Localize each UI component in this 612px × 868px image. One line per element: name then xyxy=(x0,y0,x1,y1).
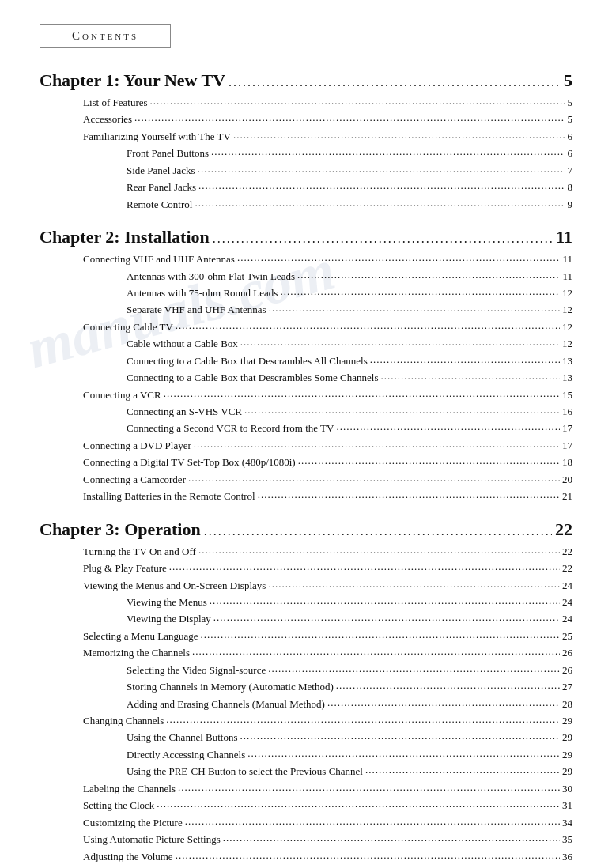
toc-entry-dots xyxy=(298,452,560,469)
toc-entry-page: 6 xyxy=(568,145,573,161)
toc-entry-dots xyxy=(166,711,560,727)
toc-entry-page: 16 xyxy=(562,403,572,420)
toc-entry-page: 24 xyxy=(562,594,572,610)
toc-entry: Connecting a DVD Player17 xyxy=(40,437,572,454)
chapter-page-num: 5 xyxy=(564,70,572,91)
toc-entry: Using the Mute Button36 xyxy=(40,865,572,868)
toc-entry-label: Using the Mute Button xyxy=(127,865,221,868)
toc-entry-label: Adjusting the Volume xyxy=(83,848,173,865)
toc-entry-page: 31 xyxy=(562,797,572,813)
chapter-title: Chapter 2: Installation xyxy=(40,227,210,247)
toc-entry-page: 25 xyxy=(562,628,572,644)
toc-entry-dots xyxy=(280,283,560,300)
toc-entry-page: 13 xyxy=(562,353,572,369)
toc-entry: Connecting an S-VHS VCR16 xyxy=(40,403,572,420)
toc-entry-label: Familiarizing Yourself with The TV xyxy=(83,128,231,145)
toc-entry-label: Changing Channels xyxy=(83,712,164,729)
toc-entry-page: 17 xyxy=(562,437,572,454)
toc-entry: Antennas with 75-ohm Round Leads12 xyxy=(40,285,572,301)
toc-entry: Remote Control9 xyxy=(40,196,572,213)
toc-entry-dots xyxy=(157,795,560,812)
toc-entry-dots xyxy=(297,266,561,283)
toc-entry-page: 29 xyxy=(562,729,572,745)
toc-entry: Adding and Erasing Channels (Manual Meth… xyxy=(40,696,572,712)
toc-entry: Front Panel Buttons6 xyxy=(40,145,572,161)
toc-entry-page: 8 xyxy=(568,179,573,195)
toc-entry-dots xyxy=(268,576,560,592)
toc-entry-label: Plug & Play Feature xyxy=(83,560,167,576)
toc-entry-label: Connecting Cable TV xyxy=(83,319,173,335)
toc-entry-label: Rear Panel Jacks xyxy=(127,179,196,195)
toc-entry-dots xyxy=(380,368,560,384)
toc-entry-page: 7 xyxy=(568,162,573,179)
toc-entry-dots xyxy=(210,592,560,609)
toc-entry: Viewing the Display24 xyxy=(40,610,572,627)
toc-entry: Selecting the Video Signal-source26 xyxy=(40,662,572,678)
toc-entry-label: Viewing the Menus xyxy=(127,594,207,610)
toc-entry: Memorizing the Channels26 xyxy=(40,644,572,661)
toc-entry: Connecting a VCR15 xyxy=(40,387,572,403)
toc-entry-label: Antennas with 300-ohm Flat Twin Leads xyxy=(127,268,295,285)
toc-entry-label: Viewing the Display xyxy=(127,610,211,627)
toc-entry-dots xyxy=(195,194,565,211)
toc-entry: Accessories5 xyxy=(40,111,572,127)
toc-entry-page: 28 xyxy=(562,696,572,712)
toc-entry: Using the PRE-CH Button to select the Pr… xyxy=(40,763,572,779)
toc-entry-page: 21 xyxy=(562,488,572,504)
toc-entry: Using the Channel Buttons29 xyxy=(40,729,572,745)
toc-entry-label: Using the Channel Buttons xyxy=(127,729,237,745)
toc-entry-label: Connecting VHF and UHF Antennas xyxy=(83,251,235,267)
toc-entry-dots xyxy=(327,694,560,711)
toc-entry-dots xyxy=(247,745,560,761)
toc-entry-label: Viewing the Menus and On-Screen Displays xyxy=(83,577,266,594)
toc-entry-label: Side Panel Jacks xyxy=(127,162,195,179)
toc-entry-label: Turning the TV On and Off xyxy=(83,543,196,560)
toc-entry-page: 6 xyxy=(568,128,573,145)
toc-entry-label: Using Automatic Picture Settings xyxy=(83,831,221,847)
toc-entry-dots xyxy=(213,609,560,625)
toc-entry-dots xyxy=(370,351,560,368)
toc-entry-label: Storing Channels in Memory (Automatic Me… xyxy=(127,678,334,695)
chapter-page-num: 22 xyxy=(555,519,572,540)
toc-entry-dots xyxy=(198,542,560,558)
toc-entry-label: Connecting a VCR xyxy=(83,387,161,403)
toc-entry-page: 5 xyxy=(568,111,573,127)
toc-entry-page: 34 xyxy=(562,814,572,831)
toc-entry: Installing Batteries in the Remote Contr… xyxy=(40,488,572,504)
toc-entry-page: 11 xyxy=(562,268,572,285)
toc-entry-page: 18 xyxy=(562,454,572,470)
toc-entry-dots xyxy=(194,436,560,452)
toc-entry-dots xyxy=(269,300,560,316)
toc-entry-label: Customizing the Picture xyxy=(83,814,183,831)
toc-entry-dots xyxy=(240,727,560,744)
chapter-section-ch1: Chapter 1: Your New TV5List of Features5… xyxy=(40,70,572,213)
toc-entry-page: 22 xyxy=(562,560,572,576)
toc-entry: Familiarizing Yourself with The TV6 xyxy=(40,128,572,145)
toc-entry: Labeling the Channels30 xyxy=(40,780,572,797)
toc-entry-label: Labeling the Channels xyxy=(83,780,176,797)
toc-entry-label: Connecting a Camcorder xyxy=(83,471,186,488)
toc-entry-page: 26 xyxy=(562,644,572,661)
toc-entry-page: 17 xyxy=(562,420,572,436)
chapter-heading: Chapter 2: Installation11 xyxy=(40,227,572,247)
toc-entry-dots xyxy=(198,177,565,194)
toc-entry: Viewing the Menus and On-Screen Displays… xyxy=(40,577,572,594)
toc-entry-page: 24 xyxy=(562,577,572,594)
toc-entry-label: Setting the Clock xyxy=(83,797,154,813)
toc-entry: Connecting a Digital TV Set-Top Box (480… xyxy=(40,454,572,470)
toc-entry: Setting the Clock31 xyxy=(40,797,572,813)
toc-container: Chapter 1: Your New TV5List of Features5… xyxy=(40,70,572,868)
toc-entry-label: List of Features xyxy=(83,94,148,111)
toc-entry-dots xyxy=(134,109,565,126)
chapter-dots xyxy=(213,232,553,246)
toc-entry: Customizing the Picture34 xyxy=(40,814,572,831)
toc-entry: Rear Panel Jacks8 xyxy=(40,179,572,195)
toc-entry-dots xyxy=(240,334,560,350)
toc-entry: Selecting a Menu Language25 xyxy=(40,628,572,644)
toc-entry-page: 24 xyxy=(562,610,572,627)
toc-entry: Connecting a Camcorder20 xyxy=(40,471,572,488)
toc-entry: List of Features5 xyxy=(40,94,572,111)
toc-entry: Turning the TV On and Off22 xyxy=(40,543,572,560)
toc-entry-page: 29 xyxy=(562,712,572,729)
toc-entry: Connecting Cable TV12 xyxy=(40,319,572,335)
